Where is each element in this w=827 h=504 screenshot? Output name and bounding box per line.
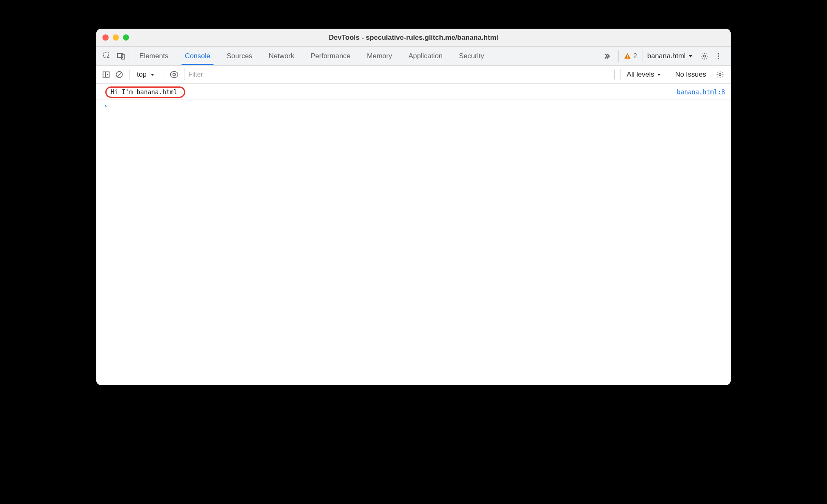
svg-point-13 — [173, 73, 175, 75]
target-label: banana.html — [647, 52, 686, 60]
svg-point-6 — [718, 53, 719, 54]
svg-rect-4 — [627, 57, 628, 58]
svg-rect-9 — [103, 72, 109, 77]
svg-point-7 — [718, 55, 719, 57]
more-tabs-button[interactable] — [599, 52, 615, 60]
tab-performance[interactable]: Performance — [302, 47, 359, 65]
svg-line-12 — [117, 73, 121, 77]
execution-context-label: top — [137, 70, 147, 79]
tab-console[interactable]: Console — [177, 47, 218, 65]
tab-network[interactable]: Network — [261, 47, 302, 65]
devtools-window: DevTools - speculative-rules.glitch.me/b… — [96, 29, 731, 385]
execution-context-dropdown[interactable]: top — [134, 70, 160, 79]
console-message-row[interactable]: Hi I'm banana.html banana.html:8 — [96, 85, 731, 100]
chevron-down-icon — [657, 72, 661, 77]
settings-button[interactable] — [698, 50, 711, 63]
tab-memory[interactable]: Memory — [359, 47, 400, 65]
more-options-button[interactable] — [712, 50, 725, 63]
tab-sources[interactable]: Sources — [218, 47, 260, 65]
issues-label[interactable]: No Issues — [669, 69, 712, 80]
inspect-element-icon[interactable] — [101, 50, 113, 62]
live-expression-button[interactable] — [168, 69, 180, 80]
clear-console-button[interactable] — [114, 69, 125, 80]
source-link[interactable]: banana.html:8 — [677, 89, 725, 96]
divider — [129, 70, 130, 79]
console-message-text: Hi I'm banana.html — [105, 86, 185, 98]
gear-icon — [716, 70, 724, 79]
log-levels-dropdown[interactable]: All levels — [620, 69, 667, 80]
warning-icon — [624, 52, 631, 60]
devtools-tabbar: Elements Console Sources Network Perform… — [96, 47, 731, 66]
device-toolbar-icon[interactable] — [115, 50, 127, 62]
warnings-badge[interactable]: 2 — [618, 50, 642, 62]
tab-elements[interactable]: Elements — [131, 47, 177, 65]
target-dropdown[interactable]: banana.html — [643, 50, 697, 62]
chevron-down-icon — [688, 54, 693, 59]
console-prompt[interactable]: › — [96, 100, 731, 112]
filter-input[interactable] — [184, 69, 615, 80]
close-window-button[interactable] — [102, 34, 109, 41]
levels-label: All levels — [627, 70, 654, 79]
warning-count: 2 — [634, 52, 637, 60]
chevron-down-icon — [150, 72, 155, 77]
tab-application[interactable]: Application — [400, 47, 451, 65]
traffic-lights — [102, 34, 129, 41]
tab-security[interactable]: Security — [451, 47, 492, 65]
gear-icon — [700, 52, 709, 60]
titlebar: DevTools - speculative-rules.glitch.me/b… — [96, 29, 731, 47]
svg-point-5 — [704, 55, 706, 57]
kebab-icon — [714, 52, 722, 60]
svg-point-14 — [719, 73, 721, 75]
tab-list: Elements Console Sources Network Perform… — [131, 47, 492, 65]
tabbar-right: 2 banana.html — [599, 47, 727, 65]
maximize-window-button[interactable] — [123, 34, 129, 41]
tabbar-left-icons — [99, 47, 131, 65]
svg-point-8 — [718, 58, 719, 59]
window-title: DevTools - speculative-rules.glitch.me/b… — [329, 34, 498, 42]
minimize-window-button[interactable] — [113, 34, 119, 41]
console-settings-button[interactable] — [713, 68, 727, 81]
svg-rect-3 — [627, 55, 628, 57]
console-toolbar: top All levels No Issues — [96, 66, 731, 84]
divider — [164, 70, 164, 79]
chevron-right-icon: › — [104, 102, 108, 110]
toggle-sidebar-button[interactable] — [100, 69, 112, 80]
console-output: Hi I'm banana.html banana.html:8 › — [96, 84, 731, 385]
